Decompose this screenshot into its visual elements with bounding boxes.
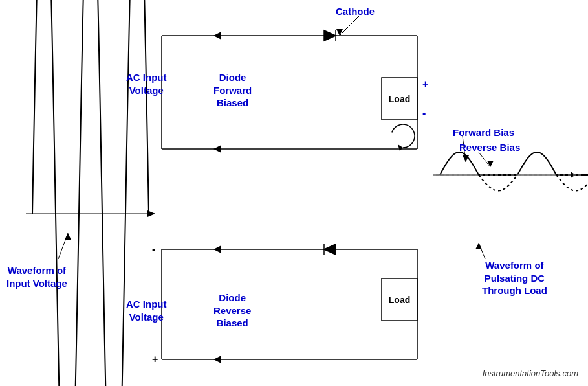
forward-bias-label: Forward Bias: [453, 126, 514, 139]
reverse-bias-label: Reverse Bias: [459, 141, 520, 154]
ac-input-top-label: AC InputVoltage: [126, 71, 166, 96]
waveform-output-label: Waveform ofPulsating DCThrough Load: [482, 259, 547, 297]
diode-forward-label: DiodeForwardBiased: [213, 71, 252, 109]
cathode-label: Cathode: [336, 5, 375, 18]
watermark: InstrumentationTools.com: [483, 369, 578, 378]
ac-input-bottom-label: AC InputVoltage: [126, 298, 166, 323]
waveform-input-label: Waveform ofInput Voltage: [6, 264, 67, 290]
diode-reverse-label: DiodeReverseBiased: [213, 291, 251, 330]
